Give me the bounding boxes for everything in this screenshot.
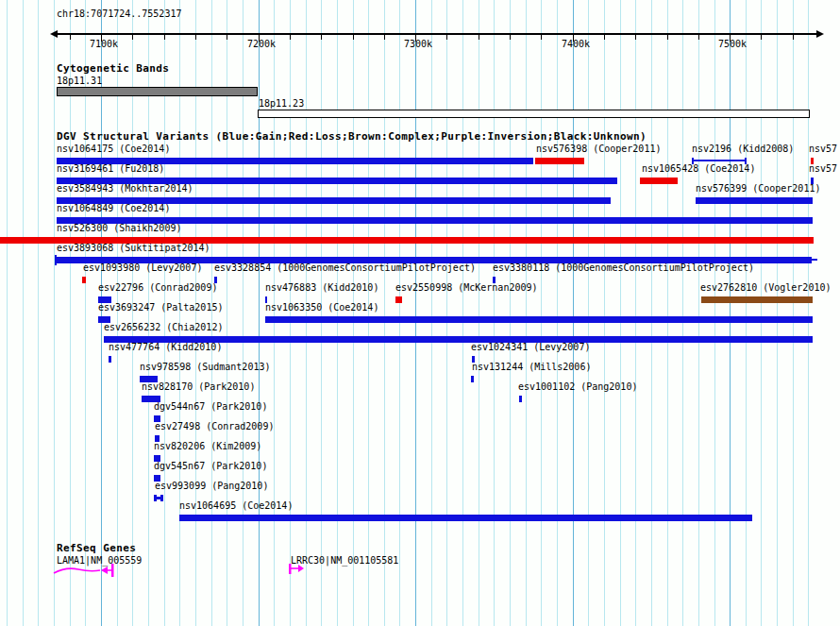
variant-label[interactable]: nsv3169461 (Fu2018) [57,163,164,174]
variant-bar[interactable] [265,316,813,323]
variant-label[interactable]: esv3380118 (1000GenomesConsortiumPilotPr… [493,262,754,273]
ruler-left-arrow-icon [50,30,58,38]
gridline-minor [321,0,322,626]
cytoband-label: 18p11.31 [57,76,102,86]
gridline-minor [604,0,605,626]
variant-bar[interactable] [519,396,522,402]
gridline-minor [54,0,55,626]
variant-label[interactable]: nsv1063350 (Coe2014) [265,302,378,313]
ruler-tick [353,35,354,40]
ruler-tick-label: 7200k [247,39,276,49]
variant-label[interactable]: esv993099 (Pang2010) [155,481,268,491]
gridline-minor [714,0,715,626]
variant-bar[interactable] [696,197,813,204]
variant-bracket-end [160,495,163,501]
variant-bar[interactable] [109,356,111,363]
ruler-tick [761,35,762,40]
variant-bar[interactable] [471,376,474,382]
gridline-minor [698,0,699,626]
ruler-tick-label: 7100k [90,39,118,49]
cytoband-bar[interactable] [57,87,258,96]
gene-glyph-curve-left[interactable] [53,563,119,580]
variant-label[interactable]: nsv576398 (Cooper2011) [536,144,661,154]
ruler-tick [479,35,479,40]
gridline-minor [479,0,479,626]
variant-bar[interactable] [640,178,678,184]
gridline-minor [777,0,778,626]
ruler-tick [698,35,699,40]
gridline-major [730,0,731,626]
gridline-minor [7,0,8,626]
ruler-tick [227,35,227,40]
variant-label[interactable]: esv2656232 (Chia2012) [104,322,223,332]
variant-bar[interactable] [82,277,86,283]
variant-label[interactable]: nsv57 [809,144,837,154]
gene-label[interactable]: LRRC30|NM_001105581 [291,555,398,566]
variant-label[interactable]: esv3693247 (Palta2015) [98,302,223,313]
ruler-tick [321,35,322,40]
gridline-major [415,0,416,626]
variant-bar[interactable] [395,296,402,303]
variant-bar[interactable] [535,158,584,164]
cytoband-bar[interactable] [258,110,810,118]
gridline-minor [682,0,683,626]
gene-glyph-stub-right[interactable] [289,564,306,577]
variant-label[interactable]: nsv526300 (Shaikh2009) [57,223,181,233]
ruler-tick [384,35,385,40]
variant-label[interactable]: nsv828170 (Park2010) [142,381,255,392]
variant-label[interactable]: nsv820206 (Kim2009) [154,441,261,451]
gridline-minor [808,0,809,626]
variant-label[interactable]: nsv477764 (Kidd2010) [109,342,222,352]
variant-bar-tail [812,259,817,261]
variant-label[interactable]: nsv131244 (Mills2006) [472,362,591,372]
gridline-minor [446,0,447,626]
cytoband-label: 18p11.23 [259,98,304,109]
variant-label[interactable]: nsv1064849 (Coe2014) [57,203,170,213]
refseq-genes-header: RefSeq Genes [57,543,136,554]
variant-label[interactable]: esv2762810 (Vogler2010) [700,282,831,293]
variant-label[interactable]: dgv544n67 (Park2010) [154,401,267,412]
gridline-minor [588,0,589,626]
ruler-tick-label: 7500k [718,39,747,49]
variant-label[interactable]: esv3893068 (Suktitipat2014) [57,243,210,253]
variant-label[interactable]: dgv545n67 (Park2010) [154,461,267,471]
variant-label[interactable]: esv1024341 (Levy2007) [471,342,590,352]
variant-label[interactable]: nsv978598 (Sudmant2013) [140,362,270,372]
ruler-tick [195,35,196,40]
ruler-tick [70,35,71,40]
gridline-minor [353,0,354,626]
variant-label[interactable]: esv3584943 (Mokhtar2014) [57,183,193,194]
gridline-minor [557,0,558,626]
variant-bracket-line[interactable] [692,160,747,161]
variant-label[interactable]: esv27498 (Conrad2009) [155,421,274,431]
gridline-minor [337,0,338,626]
ruler-tick [446,35,447,40]
variant-bar[interactable] [179,515,752,521]
variant-label[interactable]: esv2550998 (McKernan2009) [395,282,538,293]
ruler-right-arrow-icon [816,30,824,38]
variant-label[interactable]: esv1001102 (Pang2010) [518,381,637,392]
variant-label[interactable]: nsv1064695 (Coe2014) [179,500,293,511]
variant-bar[interactable] [701,296,813,303]
gridline-minor [667,0,668,626]
variant-label[interactable]: nsv2196 (Kidd2008) [692,144,794,154]
variant-label[interactable]: nsv57 [809,163,837,174]
gridline-minor [635,0,636,626]
ruler-tick [604,35,605,40]
variant-label[interactable]: esv1093980 (Levy2007) [83,262,202,273]
variant-label[interactable]: esv3328854 (1000GenomesConsortiumPilotPr… [214,262,476,273]
ruler-tick [635,35,636,40]
gridline-minor [290,0,291,626]
region-coordinates-label: chr18:7071724..7552317 [57,8,181,19]
ruler-tick-label: 7400k [562,39,590,49]
variant-label[interactable]: nsv576399 (Cooper2011) [696,183,820,194]
variant-label[interactable]: esv22796 (Conrad2009) [98,282,217,293]
variant-label[interactable]: nsv1065428 (Coe2014) [642,163,755,174]
variant-bar-left-tick [55,255,57,265]
variant-label[interactable]: nsv1064175 (Coe2014) [57,144,170,154]
variant-label[interactable]: nsv476883 (Kidd2010) [265,282,378,293]
gridline-minor [651,0,652,626]
gridline-minor [23,0,24,626]
ruler-axis-line [57,33,817,35]
gridline-minor [746,0,747,626]
